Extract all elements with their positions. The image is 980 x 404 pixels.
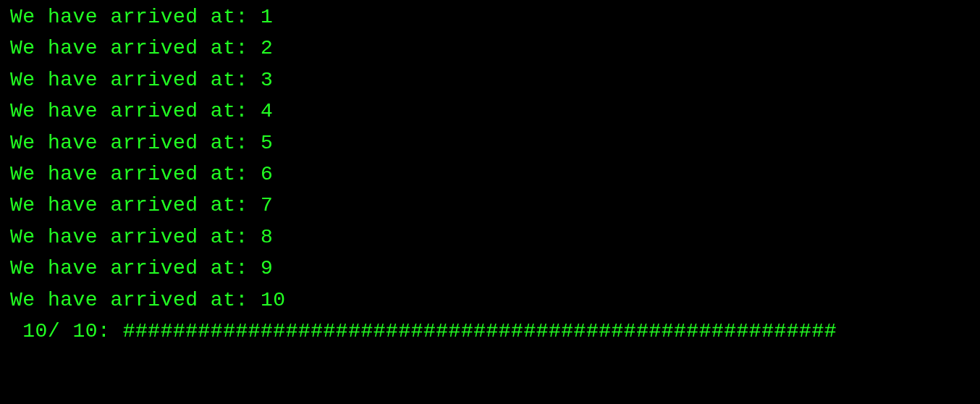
- terminal-output-line: We have arrived at: 5: [10, 127, 970, 159]
- terminal-output-line: We have arrived at: 6: [10, 159, 970, 190]
- terminal-output-line: We have arrived at: 2: [10, 33, 970, 64]
- terminal-output-line: We have arrived at: 8: [10, 222, 970, 253]
- progress-bar-line: 10/ 10: ################################…: [10, 316, 970, 347]
- terminal-output-line: We have arrived at: 4: [10, 96, 970, 127]
- terminal-output-line: We have arrived at: 9: [10, 253, 970, 284]
- terminal-output-line: We have arrived at: 7: [10, 190, 970, 221]
- terminal-output-line: We have arrived at: 1: [10, 1, 970, 33]
- terminal-output-line: We have arrived at: 3: [10, 64, 970, 96]
- terminal-output-line: We have arrived at: 10: [10, 285, 970, 316]
